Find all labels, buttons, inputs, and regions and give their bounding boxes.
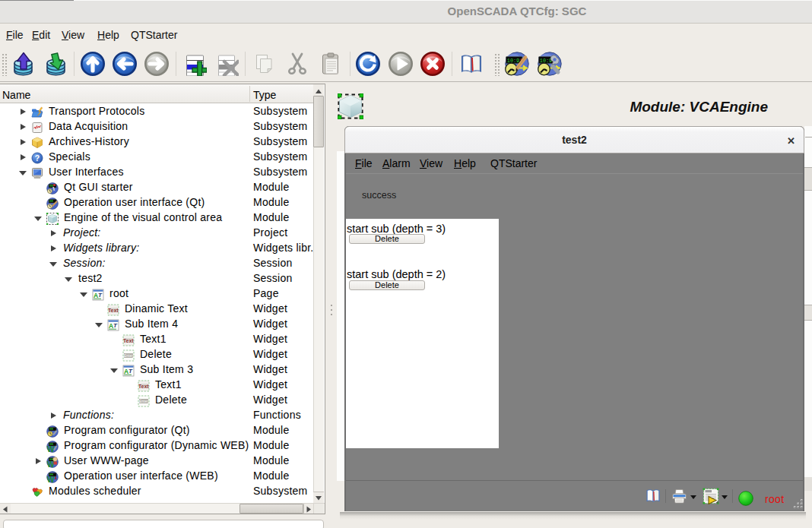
svg-text:Enter: Enter: [124, 354, 133, 358]
svg-text:Text: Text: [123, 338, 134, 343]
svg-text:?: ?: [35, 153, 40, 163]
svg-text:T: T: [113, 322, 118, 329]
svg-text:T: T: [98, 292, 103, 299]
svg-text:W: W: [47, 476, 55, 484]
svg-text:T: T: [128, 368, 133, 375]
svg-text:Enter: Enter: [139, 400, 148, 403]
svg-text:Text: Text: [108, 308, 119, 313]
svg-text:W: W: [47, 445, 55, 454]
svg-text:Text: Text: [138, 384, 149, 389]
